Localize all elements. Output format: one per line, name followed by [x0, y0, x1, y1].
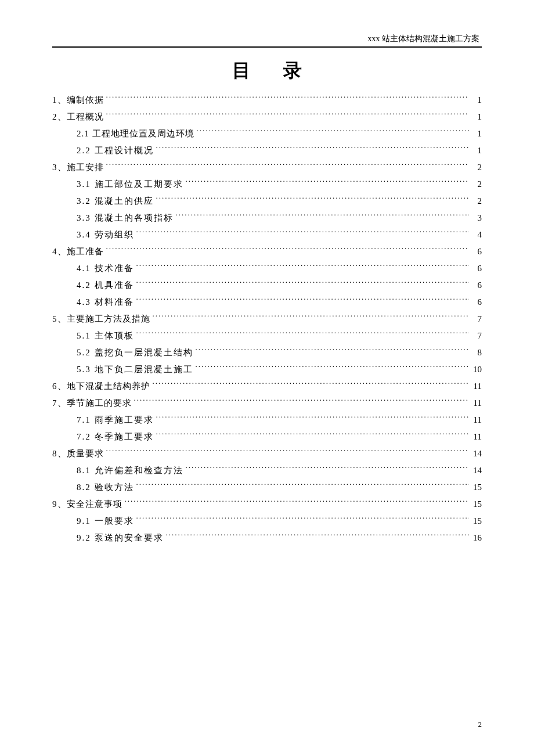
toc-page-number: 1	[471, 93, 482, 107]
toc-label: 5.3 地下负二层混凝土施工	[77, 362, 193, 376]
toc-leader-dots	[176, 212, 470, 221]
toc-label: 3.3 混凝土的各项指标	[77, 211, 174, 225]
toc-label: 4.1 技术准备	[77, 261, 134, 275]
toc-page-number: 2	[471, 160, 482, 174]
toc-leader-dots	[136, 229, 470, 237]
toc-page-number: 6	[471, 295, 482, 309]
toc-page-number: 2	[471, 177, 482, 191]
toc-label: 8.2 验收方法	[77, 480, 134, 494]
toc-entry: 2.2 工程设计概况1	[52, 143, 482, 157]
toc-page-number: 3	[471, 211, 482, 225]
toc-leader-dots	[156, 195, 470, 204]
toc-entry: 4、施工准备6	[52, 244, 482, 258]
toc-page-number: 15	[471, 497, 482, 511]
toc-entry: 8.2 验收方法15	[52, 480, 482, 494]
toc-page-number: 2	[471, 194, 482, 208]
toc-page-number: 6	[471, 278, 482, 292]
toc-label: 2.2 工程设计概况	[77, 143, 154, 157]
toc-entry: 1、编制依据1	[52, 93, 482, 107]
toc-page-number: 15	[471, 480, 482, 494]
table-of-contents: 1、编制依据12、工程概况12.1 工程地理位置及周边环境12.2 工程设计概况…	[52, 93, 482, 545]
toc-label: 2、工程概况	[52, 110, 104, 124]
toc-leader-dots	[186, 178, 470, 187]
toc-page-number: 11	[471, 413, 482, 427]
toc-entry: 5、主要施工方法及措施7	[52, 312, 482, 326]
toc-entry: 7、季节施工的要求11	[52, 396, 482, 410]
toc-page-number: 14	[471, 463, 482, 477]
toc-page-number: 15	[471, 514, 482, 528]
toc-entry: 4.1 技术准备6	[52, 261, 482, 275]
toc-entry: 3.4 劳动组织4	[52, 228, 482, 242]
toc-leader-dots	[136, 262, 470, 271]
toc-label: 8.1 允许偏差和检查方法	[77, 463, 183, 477]
toc-leader-dots	[136, 481, 470, 490]
toc-page-number: 1	[471, 110, 482, 124]
toc-page-number: 14	[471, 447, 482, 460]
toc-leader-dots	[166, 532, 470, 541]
toc-entry: 5.2 盖挖负一层混凝土结构8	[52, 345, 482, 359]
toc-entry: 7.1 雨季施工要求11	[52, 413, 482, 427]
toc-label: 5、主要施工方法及措施	[52, 312, 150, 326]
toc-page-number: 10	[471, 362, 482, 376]
toc-label: 5.1 主体顶板	[77, 329, 134, 343]
toc-label: 3、施工安排	[52, 160, 104, 174]
toc-label: 9、安全注意事项	[52, 497, 122, 511]
toc-label: 6、地下混凝土结构养护	[52, 379, 150, 393]
toc-leader-dots	[156, 145, 470, 153]
toc-label: 5.2 盖挖负一层混凝土结构	[77, 345, 193, 359]
toc-label: 3.2 混凝土的供应	[77, 194, 154, 208]
toc-leader-dots	[153, 313, 470, 322]
toc-page-number: 11	[471, 396, 482, 410]
toc-page-number: 1	[471, 127, 482, 141]
toc-entry: 2、工程概况1	[52, 110, 482, 124]
toc-leader-dots	[136, 279, 470, 288]
toc-entry: 4.3 材料准备6	[52, 295, 482, 309]
toc-entry: 3、施工安排2	[52, 160, 482, 174]
toc-page-number: 6	[471, 244, 482, 258]
toc-label: 4、施工准备	[52, 244, 104, 258]
toc-page-number: 16	[471, 531, 482, 545]
toc-page-number: 1	[471, 143, 482, 157]
toc-leader-dots	[197, 128, 470, 136]
toc-leader-dots	[153, 380, 470, 389]
toc-entry: 7.2 冬季施工要求11	[52, 430, 482, 444]
toc-entry: 3.2 混凝土的供应2	[52, 194, 482, 208]
toc-page-number: 11	[471, 430, 482, 444]
toc-entry: 4.2 机具准备6	[52, 278, 482, 292]
toc-entry: 2.1 工程地理位置及周边环境1	[52, 127, 482, 141]
toc-leader-dots	[106, 111, 470, 120]
toc-label: 1、编制依据	[52, 93, 104, 107]
toc-entry: 9.2 泵送的安全要求16	[52, 531, 482, 545]
toc-page-number: 4	[471, 228, 482, 242]
toc-label: 7、季节施工的要求	[52, 396, 132, 410]
toc-label: 2.1 工程地理位置及周边环境	[77, 127, 194, 141]
toc-entry: 5.1 主体顶板7	[52, 329, 482, 343]
toc-leader-dots	[106, 246, 470, 254]
toc-leader-dots	[136, 515, 470, 524]
toc-entry: 5.3 地下负二层混凝土施工10	[52, 362, 482, 376]
toc-entry: 8、质量要求14	[52, 447, 482, 460]
toc-label: 9.1 一般要求	[77, 514, 134, 528]
toc-entry: 8.1 允许偏差和检查方法14	[52, 463, 482, 477]
toc-leader-dots	[156, 414, 470, 423]
page-number: 2	[478, 720, 482, 729]
toc-label: 9.2 泵送的安全要求	[77, 531, 164, 545]
toc-label: 4.2 机具准备	[77, 278, 134, 292]
toc-entry: 9、安全注意事项15	[52, 497, 482, 511]
toc-page-number: 11	[471, 379, 482, 393]
toc-entry: 3.3 混凝土的各项指标3	[52, 211, 482, 225]
toc-leader-dots	[106, 94, 470, 103]
toc-leader-dots	[186, 465, 470, 473]
header-text: xxx 站主体结构混凝土施工方案	[52, 34, 482, 44]
toc-leader-dots	[125, 498, 470, 507]
header-divider	[52, 46, 482, 48]
toc-label: 7.1 雨季施工要求	[77, 413, 154, 427]
toc-entry: 9.1 一般要求15	[52, 514, 482, 528]
toc-label: 4.3 材料准备	[77, 295, 134, 309]
page-title: 目 录	[52, 58, 482, 84]
toc-label: 7.2 冬季施工要求	[77, 430, 154, 444]
toc-leader-dots	[196, 363, 470, 372]
toc-leader-dots	[106, 161, 470, 170]
toc-label: 3.1 施工部位及工期要求	[77, 177, 183, 191]
toc-leader-dots	[136, 296, 470, 305]
